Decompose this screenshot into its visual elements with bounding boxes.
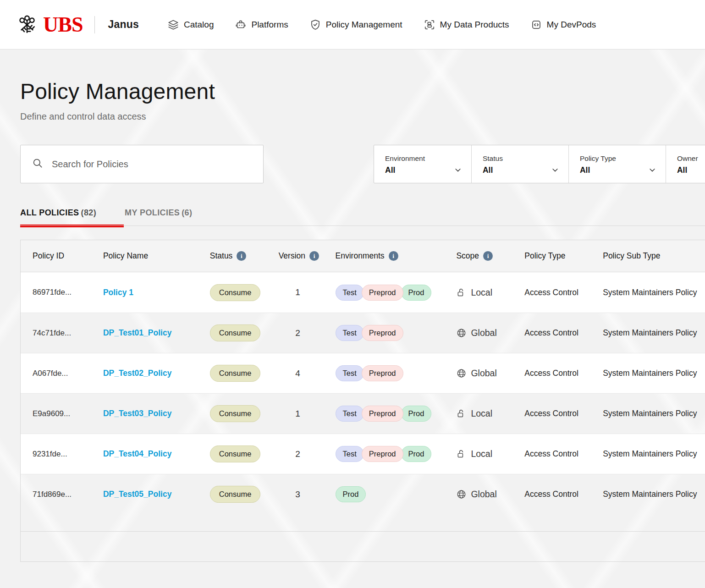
environment-badge-prod: Prod [336, 486, 366, 502]
filter-owner[interactable]: OwnerAll [666, 145, 705, 183]
policy-name-link[interactable]: DP_Test04_Policy [103, 449, 171, 458]
toolbar: EnvironmentAllStatusAllPolicy TypeAllOwn… [20, 145, 705, 183]
column-header: Statusi [210, 251, 279, 261]
info-icon[interactable]: i [237, 251, 246, 261]
nav-item-label: Platforms [251, 20, 288, 30]
environment-badge-preprod: Preprod [362, 285, 403, 301]
nav-item-label: My DevPods [547, 20, 596, 30]
policy-type: Access Control [524, 449, 603, 459]
version-value: 1 [279, 287, 336, 297]
scope-label: Local [471, 408, 492, 419]
table-row: 86971fde... Policy 1 Consume 1 TestPrepr… [21, 272, 705, 313]
table-spacer [21, 514, 705, 531]
filter-bar: EnvironmentAllStatusAllPolicy TypeAllOwn… [374, 145, 705, 183]
environments-cell: TestPreprodProd [336, 406, 457, 422]
policy-id: 74c71fde... [21, 329, 103, 338]
policy-type: Access Control [524, 489, 603, 499]
policy-search [20, 145, 264, 183]
ubs-logo[interactable]: UBS [14, 11, 83, 38]
search-input[interactable] [52, 159, 252, 170]
policy-name-link[interactable]: Policy 1 [103, 288, 133, 297]
status-badge: Consume [210, 405, 261, 422]
policy-name-link[interactable]: DP_Test02_Policy [103, 368, 171, 378]
environments-cell: TestPreprod [336, 365, 457, 381]
policy-sub-type: System Maintainers Policy [603, 409, 705, 418]
environment-badge-preprod: Preprod [362, 406, 403, 422]
ubs-keys-icon [14, 11, 40, 38]
column-label: Status [210, 251, 233, 261]
column-header: Policy Sub Type [603, 251, 705, 261]
info-icon[interactable]: i [309, 251, 319, 261]
code-pod-icon [530, 19, 542, 31]
policy-name-link[interactable]: DP_Test05_Policy [103, 489, 171, 499]
tab-count: (6) [182, 208, 192, 217]
nav-item-policy-management[interactable]: Policy Management [309, 19, 402, 31]
policies-table: Policy IDPolicy NameStatusiVersioniEnvir… [20, 240, 705, 562]
info-icon[interactable]: i [483, 251, 493, 261]
column-header: Environmentsi [336, 251, 457, 261]
status-badge: Consume [210, 365, 261, 382]
globe-icon [456, 489, 467, 500]
chevron-down-icon [551, 166, 559, 174]
catalog-layers-icon [167, 19, 179, 31]
tab-all-policies[interactable]: ALL POLICIES(82) [20, 208, 96, 226]
version-value: 4 [279, 368, 336, 379]
globe-icon [456, 368, 467, 379]
nav-item-my-devpods[interactable]: My DevPods [530, 19, 596, 31]
scope-cell: Local [456, 287, 520, 298]
nav-item-catalog[interactable]: Catalog [167, 19, 214, 31]
scope-label: Local [471, 449, 492, 459]
tabs-row: ALL POLICIES(82)MY POLICIES(6) [20, 208, 705, 226]
scope-cell: Local [456, 408, 520, 419]
version-value: 3 [279, 489, 336, 500]
column-header: Scopei [456, 251, 524, 261]
environments-cell: Prod [336, 486, 457, 502]
scope-cell: Global [456, 328, 520, 338]
environment-badge-preprod: Preprod [362, 365, 403, 381]
policy-management-page: Policy Management Define and control dat… [0, 79, 705, 562]
scan-data-icon [424, 19, 435, 31]
policy-sub-type: System Maintainers Policy [603, 288, 705, 297]
lock-open-icon [456, 287, 467, 298]
filter-status[interactable]: StatusAll [471, 145, 568, 183]
filter-environment[interactable]: EnvironmentAll [374, 145, 471, 183]
scope-label: Local [471, 287, 492, 298]
environment-badge-prod: Prod [401, 285, 432, 301]
filter-value: All [580, 165, 590, 175]
nav-item-my-data-products[interactable]: My Data Products [424, 19, 509, 31]
scope-label: Global [471, 328, 496, 338]
policy-id: A067fde... [21, 369, 103, 378]
status-badge: Consume [210, 284, 261, 301]
filter-policy-type[interactable]: Policy TypeAll [568, 145, 666, 183]
environment-badge-prod: Prod [401, 446, 432, 462]
tab-my-policies[interactable]: MY POLICIES(6) [125, 208, 192, 226]
tabs-baseline [20, 225, 705, 226]
nav-item-platforms[interactable]: Platforms [235, 19, 288, 31]
chevron-down-icon [648, 166, 656, 174]
chevron-down-icon [454, 166, 462, 174]
column-header: Policy ID [21, 251, 103, 261]
version-value: 2 [279, 328, 336, 338]
filter-label: Owner [677, 154, 705, 163]
info-icon[interactable]: i [389, 251, 398, 261]
tab-label: MY POLICIES [125, 208, 180, 217]
version-value: 1 [279, 409, 336, 419]
ubs-wordmark: UBS [43, 12, 83, 37]
policy-name-link[interactable]: DP_Test03_Policy [103, 409, 171, 418]
shield-check-icon [309, 19, 321, 31]
filter-label: Policy Type [580, 154, 656, 163]
column-label: Policy Type [524, 251, 565, 261]
filter-value: All [483, 165, 493, 175]
policy-sub-type: System Maintainers Policy [603, 368, 705, 378]
column-label: Policy ID [33, 251, 64, 261]
platforms-robot-icon [235, 19, 247, 31]
scope-cell: Global [456, 368, 520, 379]
nav-item-label: Catalog [184, 20, 214, 30]
policy-sub-type: System Maintainers Policy [603, 489, 705, 499]
policy-name-link[interactable]: DP_Test01_Policy [103, 328, 171, 337]
scope-label: Global [471, 489, 496, 500]
environment-badge-prod: Prod [401, 406, 432, 422]
top-navigation: UBS Janus CatalogPlatformsPolicy Managem… [0, 0, 705, 49]
policy-type: Access Control [524, 288, 603, 297]
table-row: 9231fde... DP_Test04_Policy Consume 2 Te… [21, 434, 705, 474]
